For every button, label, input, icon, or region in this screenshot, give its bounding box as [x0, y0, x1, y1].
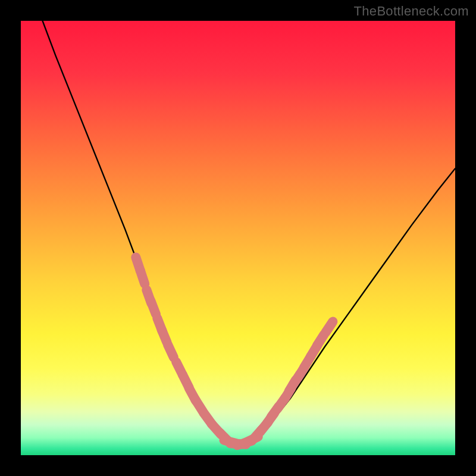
- bottleneck-curve: [43, 21, 456, 444]
- chart-frame: TheBottleneck.com: [0, 0, 476, 476]
- plot-area: [21, 21, 455, 455]
- bead-segment: [168, 345, 174, 358]
- bead-segment: [325, 322, 333, 333]
- highlight-beads: [136, 257, 333, 445]
- watermark-text: TheBottleneck.com: [354, 4, 469, 19]
- bead-segment: [140, 270, 145, 284]
- bead-segment: [151, 301, 156, 314]
- curve-layer: [21, 21, 455, 455]
